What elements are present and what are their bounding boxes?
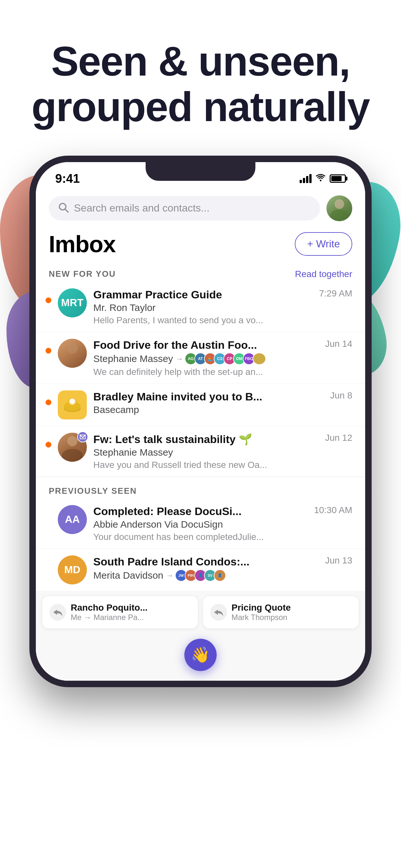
email-body: Food Drive for the Austin Foo... Jun 14 … bbox=[93, 339, 352, 377]
email-time: Jun 14 bbox=[325, 339, 352, 349]
card-content: Rancho Poquito... Me → Marianne Pa... bbox=[71, 602, 191, 622]
email-subject: Fw: Let's talk sustainability 🌱 bbox=[93, 433, 320, 445]
email-time: Jun 8 bbox=[330, 391, 352, 401]
unread-indicator bbox=[45, 442, 51, 447]
email-sender: Basecamp bbox=[93, 404, 352, 415]
bottom-card-rancho[interactable]: Rancho Poquito... Me → Marianne Pa... bbox=[42, 596, 198, 628]
previously-seen-label: PREVIOUSLY SEEN bbox=[49, 486, 137, 496]
unread-indicator bbox=[45, 399, 51, 405]
email-body: South Padre Island Condos:... Jun 13 Mer… bbox=[93, 555, 352, 584]
email-preview: We can definitely help with the set-up a… bbox=[93, 367, 352, 377]
email-subject: Grammar Practice Guide bbox=[93, 288, 314, 301]
email-item[interactable]: Fw: Let's talk sustainability 🌱 Jun 12 S… bbox=[36, 426, 365, 477]
hero-title: Seen & unseen, grouped naturally bbox=[26, 39, 375, 130]
new-for-you-section-header: NEW FOR YOU Read together bbox=[36, 264, 365, 282]
card-content-2: Pricing Quote Mark Thompson bbox=[232, 602, 351, 622]
signal-icon bbox=[300, 174, 312, 183]
email-preview: Have you and Russell tried these new Oa.… bbox=[93, 460, 352, 470]
battery-icon bbox=[330, 175, 346, 183]
bottom-card-pricing[interactable]: Pricing Quote Mark Thompson bbox=[203, 596, 359, 628]
card-title-2: Pricing Quote bbox=[232, 602, 351, 613]
bottom-cards-row: Rancho Poquito... Me → Marianne Pa... Pr bbox=[36, 591, 365, 633]
search-row: Search emails and contacts... bbox=[36, 189, 365, 224]
user-avatar[interactable] bbox=[327, 195, 352, 221]
email-sender: Merita Davidson → JW PIH 👤 SV 👤 bbox=[93, 569, 352, 582]
email-preview: Your document has been completedJulie... bbox=[93, 532, 352, 542]
write-button[interactable]: + Write bbox=[295, 232, 352, 256]
search-placeholder-text: Search emails and contacts... bbox=[74, 202, 210, 214]
imbox-header: Imbox + Write bbox=[36, 224, 365, 264]
read-together-action[interactable]: Read together bbox=[295, 269, 352, 279]
email-avatar: MD bbox=[58, 555, 87, 585]
email-sender: Mr. Ron Taylor bbox=[93, 302, 352, 313]
email-avatar bbox=[58, 339, 87, 368]
email-subject: Bradley Maine invited you to B... bbox=[93, 391, 325, 403]
email-body: Completed: Please DocuSi... 10:30 AM Abb… bbox=[93, 505, 352, 542]
card-title: Rancho Poquito... bbox=[71, 602, 191, 613]
email-item[interactable]: Bradley Maine invited you to B... Jun 8 … bbox=[36, 384, 365, 426]
status-time: 9:41 bbox=[55, 172, 80, 186]
email-subject: Completed: Please DocuSi... bbox=[93, 505, 309, 518]
email-avatar: AA bbox=[58, 505, 87, 534]
email-time: Jun 12 bbox=[325, 433, 352, 443]
email-preview: Hello Parents, I wanted to send you a vo… bbox=[93, 315, 352, 326]
card-reply-icon bbox=[50, 604, 66, 621]
email-subject: South Padre Island Condos:... bbox=[93, 555, 320, 568]
email-item[interactable]: MRT Grammar Practice Guide 7:29 AM Mr. R… bbox=[36, 282, 365, 332]
phone-notch bbox=[146, 162, 255, 181]
search-bar[interactable]: Search emails and contacts... bbox=[49, 196, 320, 221]
email-time: Jun 13 bbox=[325, 555, 352, 566]
write-button-label: + Write bbox=[307, 238, 340, 250]
hero-section: Seen & unseen, grouped naturally bbox=[0, 0, 401, 156]
email-body: Fw: Let's talk sustainability 🌱 Jun 12 S… bbox=[93, 433, 352, 470]
search-icon bbox=[58, 202, 69, 215]
wifi-icon bbox=[315, 174, 326, 184]
phone-frame: 9:41 bbox=[29, 156, 372, 687]
svg-point-7 bbox=[69, 399, 75, 404]
email-item[interactable]: AA Completed: Please DocuSi... 10:30 AM … bbox=[36, 499, 365, 549]
status-icons bbox=[300, 174, 346, 184]
email-sender: Stephanie Massey → AG AT 🏊 CS CP DM FBC bbox=[93, 352, 352, 365]
email-sender: Stephanie Massey bbox=[93, 447, 352, 458]
email-avatar: MRT bbox=[58, 288, 87, 317]
email-time: 7:29 AM bbox=[319, 288, 352, 299]
recipient-avatars: JW PIH 👤 SV 👤 bbox=[178, 569, 226, 582]
new-for-you-label: NEW FOR YOU bbox=[49, 269, 116, 279]
card-reply-icon-2 bbox=[210, 604, 227, 621]
unread-indicator bbox=[45, 298, 51, 303]
email-body: Bradley Maine invited you to B... Jun 8 … bbox=[93, 391, 352, 417]
previously-seen-section-header: PREVIOUSLY SEEN bbox=[36, 481, 365, 499]
email-avatar-basecamp bbox=[58, 391, 87, 420]
card-subtitle: Me → Marianne Pa... bbox=[71, 613, 191, 622]
imbox-title: Imbox bbox=[49, 231, 116, 257]
fab-button[interactable]: 👋 bbox=[184, 639, 217, 671]
email-sender: Abbie Anderson Via DocuSign bbox=[93, 519, 352, 530]
email-body: Grammar Practice Guide 7:29 AM Mr. Ron T… bbox=[93, 288, 352, 326]
email-item[interactable]: MD South Padre Island Condos:... Jun 13 … bbox=[36, 549, 365, 591]
svg-point-0 bbox=[320, 180, 321, 182]
app-content: Search emails and contacts... Imbox + Wr… bbox=[36, 189, 365, 681]
phone-screen: 9:41 bbox=[36, 162, 365, 681]
email-item[interactable]: Food Drive for the Austin Foo... Jun 14 … bbox=[36, 332, 365, 384]
email-time: 10:30 AM bbox=[314, 505, 352, 516]
fab-icon: 👋 bbox=[191, 646, 210, 664]
unread-indicator bbox=[45, 348, 51, 353]
email-subject: Food Drive for the Austin Foo... bbox=[93, 339, 320, 351]
recipient-avatars: AG AT 🏊 CS CP DM FBC bbox=[187, 352, 266, 365]
svg-line-2 bbox=[65, 209, 68, 212]
fab-wrapper: 👋 bbox=[36, 633, 365, 681]
email-avatar bbox=[58, 433, 87, 462]
card-subtitle-2: Mark Thompson bbox=[232, 613, 351, 622]
